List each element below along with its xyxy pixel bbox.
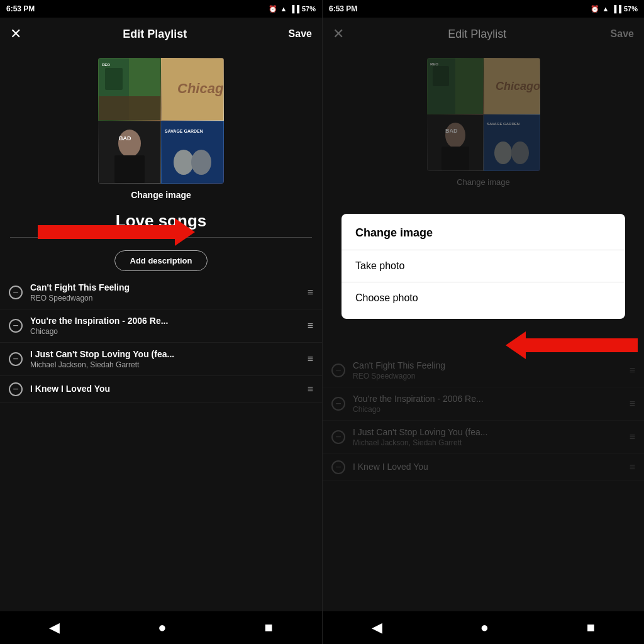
track-info-4-right: I Knew I Loved You [353, 462, 622, 473]
track-artist-1-right: REO Speedwagon [353, 372, 622, 380]
alarm-icon-right: ⏰ [591, 5, 599, 13]
track-artist-1-left: REO Speedwagon [30, 294, 300, 303]
track-drag-3-right: ≡ [630, 431, 635, 443]
status-bar-right: 6:53 PM ⏰ ▲ ▐▐ 57% [323, 0, 644, 18]
signal-icon-right: ▐▐ [611, 5, 621, 13]
track-item-3-right: − I Just Can't Stop Loving You (fea... M… [323, 421, 644, 454]
recents-icon-left[interactable]: ■ [265, 619, 273, 636]
track-remove-2-left[interactable]: − [9, 319, 23, 333]
track-info-2-right: You're the Inspiration - 2006 Re... Chic… [353, 394, 622, 414]
track-remove-1-right: − [331, 364, 345, 377]
track-remove-1-left[interactable]: − [9, 286, 23, 299]
track-drag-1-left[interactable]: ≡ [308, 287, 313, 298]
status-icons-left: ⏰ ▲ ▐▐ 57% [269, 5, 316, 13]
svg-text:BAD: BAD [119, 135, 131, 142]
track-name-2-left: You're the Inspiration - 2006 Re... [30, 316, 300, 326]
time-right: 6:53 PM [329, 4, 357, 13]
track-name-3-right: I Just Can't Stop Loving You (fea... [353, 427, 622, 437]
svg-point-15 [174, 150, 194, 175]
page-title-left: Edit Playlist [123, 28, 187, 41]
back-icon-left[interactable]: ◀ [49, 619, 60, 636]
track-drag-4-left[interactable]: ≡ [308, 384, 313, 395]
track-drag-4-right: ≡ [630, 462, 635, 473]
album-cell-savage-right: SAVAGE GARDEN [484, 114, 540, 171]
track-artist-2-left: Chicago [30, 327, 300, 336]
take-photo-option[interactable]: Take photo [355, 250, 611, 282]
close-button-right[interactable]: ✕ [333, 26, 344, 42]
svg-rect-25 [441, 147, 469, 170]
back-icon-right[interactable]: ◀ [372, 619, 382, 636]
choose-photo-option[interactable]: Choose photo [355, 282, 611, 314]
signal-icon: ▐▐ [289, 5, 299, 13]
svg-text:Chicago: Chicago [496, 80, 540, 92]
album-cell-mj-left: BAD [98, 121, 161, 184]
home-icon-right[interactable]: ● [480, 619, 489, 636]
track-info-4-left: I Knew I Loved You [30, 384, 300, 395]
album-grid-left[interactable]: REO Chicago [98, 58, 224, 184]
red-arrow-right [525, 338, 638, 352]
track-remove-2-right: − [331, 397, 345, 411]
track-info-3-right: I Just Can't Stop Loving You (fea... Mic… [353, 427, 622, 447]
home-icon-left[interactable]: ● [158, 619, 166, 636]
track-item-4-left: − I Knew I Loved You ≡ [0, 376, 322, 403]
change-image-label-left[interactable]: Change image [131, 190, 191, 200]
wifi-icon: ▲ [280, 5, 287, 13]
track-remove-3-left[interactable]: − [9, 352, 23, 366]
track-item-2-right: − You're the Inspiration - 2006 Re... Ch… [323, 387, 644, 421]
track-artist-2-right: Chicago [353, 405, 622, 414]
svg-point-24 [445, 123, 465, 148]
track-info-1-right: Can't Fight This Feeling REO Speedwagon [353, 360, 622, 380]
time-left: 6:53 PM [6, 4, 35, 13]
left-phone-panel: 6:53 PM ⏰ ▲ ▐▐ 57% ✕ Edit Playlist Save … [0, 0, 322, 644]
track-remove-3-right: − [331, 430, 345, 444]
track-item-1-right: − Can't Fight This Feeling REO Speedwago… [323, 354, 644, 387]
recents-icon-right[interactable]: ■ [587, 619, 595, 636]
album-cell-savage-left: SAVAGE GARDEN [161, 121, 224, 184]
svg-rect-19 [433, 66, 449, 86]
top-nav-right: ✕ Edit Playlist Save [323, 18, 644, 50]
album-cell-reo-right: REO [427, 58, 484, 114]
track-info-3-left: I Just Can't Stop Loving You (fea... Mic… [30, 349, 300, 369]
svg-text:Chicago: Chicago [177, 80, 223, 96]
svg-point-9 [118, 130, 141, 157]
modal-title: Change image [355, 226, 611, 240]
track-drag-2-right: ≡ [630, 398, 635, 409]
track-drag-3-left[interactable]: ≡ [308, 353, 313, 365]
album-cell-mj-right: BAD [427, 114, 484, 171]
album-art-section-right: REO Chicago BAD [323, 50, 644, 191]
alarm-icon: ⏰ [269, 5, 277, 13]
track-info-1-left: Can't Fight This Feeling REO Speedwagon [30, 282, 300, 303]
track-drag-2-left[interactable]: ≡ [308, 320, 313, 331]
album-art-section-left: REO Chicago [0, 50, 322, 204]
svg-rect-4 [99, 96, 160, 120]
track-name-3-left: I Just Can't Stop Loving You (fea... [30, 349, 300, 359]
album-grid-right: REO Chicago BAD [427, 58, 540, 171]
status-bar-left: 6:53 PM ⏰ ▲ ▐▐ 57% [0, 0, 322, 18]
status-icons-right: ⏰ ▲ ▐▐ 57% [591, 5, 638, 13]
page-title-right: Edit Playlist [448, 28, 506, 41]
bottom-nav-left: ◀ ● ■ [0, 611, 322, 644]
track-artist-3-left: Michael Jackson, Siedah Garrett [30, 360, 300, 369]
add-description-section: Add description [0, 242, 322, 276]
add-description-button[interactable]: Add description [114, 250, 208, 271]
track-item-4-right: − I Knew I Loved You ≡ [323, 454, 644, 481]
svg-text:REO: REO [102, 63, 110, 67]
svg-point-29 [494, 142, 512, 164]
save-button-left[interactable]: Save [289, 28, 312, 40]
close-button-left[interactable]: ✕ [10, 26, 21, 42]
save-button-right[interactable]: Save [611, 28, 634, 40]
svg-text:SAVAGE GARDEN: SAVAGE GARDEN [487, 122, 519, 126]
album-cell-chicago-left: Chicago [161, 58, 224, 121]
top-nav-left: ✕ Edit Playlist Save [0, 18, 322, 50]
track-name-1-left: Can't Fight This Feeling [30, 282, 300, 292]
track-item-2-left: − You're the Inspiration - 2006 Re... Ch… [0, 309, 322, 343]
svg-text:BAD: BAD [445, 128, 458, 134]
track-list-left: − Can't Fight This Feeling REO Speedwago… [0, 276, 322, 611]
red-arrow-left [38, 225, 176, 239]
album-cell-reo-left: REO [98, 58, 161, 121]
status-time-left: 6:53 PM [6, 4, 35, 13]
bottom-nav-right: ◀ ● ■ [323, 611, 644, 644]
track-remove-4-left[interactable]: − [9, 382, 23, 396]
svg-rect-10 [114, 155, 145, 183]
track-info-2-left: You're the Inspiration - 2006 Re... Chic… [30, 316, 300, 336]
